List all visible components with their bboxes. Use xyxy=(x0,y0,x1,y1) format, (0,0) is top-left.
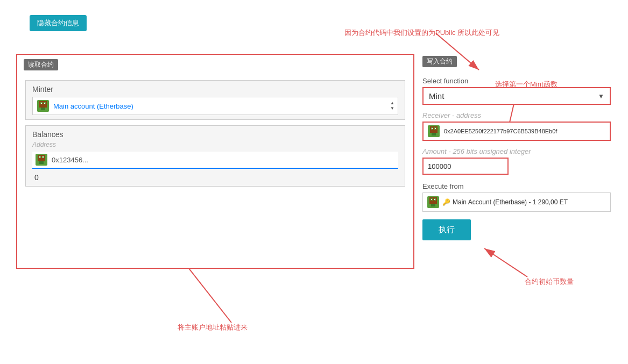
svg-rect-18 xyxy=(39,156,40,158)
svg-rect-19 xyxy=(43,156,44,158)
function-select-text: Mint xyxy=(429,91,444,101)
left-panel: 读取合约 Minter Main account (Etherbase) ▲ ▼ xyxy=(16,54,414,269)
amount-input[interactable] xyxy=(428,162,503,170)
receiver-avatar xyxy=(428,125,440,137)
address-avatar xyxy=(36,154,47,166)
svg-rect-39 xyxy=(431,204,433,206)
svg-line-4 xyxy=(484,248,527,277)
public-annotation: 因为合约代码中我们设置的为PUblic 所以此处可见 xyxy=(344,28,499,38)
svg-rect-27 xyxy=(432,128,433,129)
svg-rect-20 xyxy=(40,159,43,160)
svg-rect-21 xyxy=(39,161,41,164)
svg-rect-30 xyxy=(432,133,434,135)
svg-rect-29 xyxy=(432,130,435,131)
receiver-input-row[interactable] xyxy=(422,122,611,141)
amount-annotation: 合约初始币数量 xyxy=(525,277,574,287)
key-icon: 🔑 xyxy=(442,198,450,206)
svg-rect-28 xyxy=(435,128,436,129)
svg-rect-38 xyxy=(432,201,435,202)
address-hint-label: Address xyxy=(32,141,398,148)
execute-from-avatar xyxy=(427,196,439,208)
svg-rect-31 xyxy=(434,133,436,135)
execute-button[interactable]: 执行 xyxy=(422,219,471,240)
chevron-down-icon: ▼ xyxy=(598,92,604,100)
svg-rect-12 xyxy=(41,108,43,110)
minter-avatar xyxy=(37,100,49,112)
left-panel-header: 读取合约 xyxy=(17,55,413,75)
right-panel-header: 写入合约 xyxy=(422,54,611,72)
svg-rect-37 xyxy=(434,199,435,200)
address-input-row[interactable] xyxy=(32,152,398,169)
minter-label: Minter xyxy=(32,85,398,94)
svg-rect-40 xyxy=(433,204,435,206)
function-select-dropdown[interactable]: Mint ▼ xyxy=(422,87,611,105)
execute-from-label: Execute from xyxy=(422,182,611,190)
svg-rect-22 xyxy=(41,161,44,164)
paste-annotation: 将主账户地址粘贴进来 xyxy=(178,323,248,332)
receiver-label: Receiver - address xyxy=(422,111,611,119)
svg-rect-13 xyxy=(43,108,45,110)
execute-from-value: Main Account (Etherbase) - 1 290,00 ET xyxy=(453,198,568,206)
amount-input-row[interactable] xyxy=(422,158,509,175)
minter-section: Minter Main account (Etherbase) ▲ ▼ xyxy=(25,80,405,120)
right-panel: 写入合约 Select function Mint ▼ Receiver - a… xyxy=(422,54,611,240)
receiver-input[interactable] xyxy=(444,128,600,134)
svg-rect-10 xyxy=(44,103,45,104)
minter-account-row[interactable]: Main account (Etherbase) ▲ ▼ xyxy=(32,97,398,115)
select-function-label: Select function xyxy=(422,77,611,85)
hide-contract-button[interactable]: 隐藏合约信息 xyxy=(30,15,87,31)
execute-from-row[interactable]: 🔑 Main Account (Etherbase) - 1 290,00 ET xyxy=(422,192,611,212)
write-contract-badge: 写入合约 xyxy=(422,56,457,67)
svg-rect-9 xyxy=(41,103,42,104)
address-input[interactable] xyxy=(52,156,395,164)
balances-label: Balances xyxy=(32,130,398,139)
minter-account-link[interactable]: Main account (Etherbase) xyxy=(53,102,133,110)
svg-rect-36 xyxy=(431,199,432,200)
amount-label: Amount - 256 bits unsigned integer xyxy=(422,147,611,155)
svg-rect-11 xyxy=(41,105,45,106)
read-contract-badge: 读取合约 xyxy=(24,59,58,70)
balances-section: Balances Address 0 xyxy=(25,125,405,187)
account-spinner[interactable]: ▲ ▼ xyxy=(390,101,394,111)
balance-value: 0 xyxy=(32,173,398,182)
